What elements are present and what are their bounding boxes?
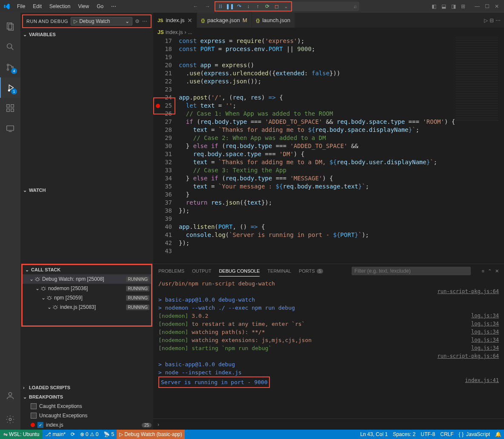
menu-file[interactable]: File: [14, 2, 29, 11]
more-icon[interactable]: ⋯: [142, 18, 147, 24]
status-eol[interactable]: CRLF: [438, 431, 456, 437]
panel-close-icon[interactable]: ✕: [495, 268, 499, 274]
nav-back[interactable]: ←: [191, 2, 201, 11]
debug-config-dropdown[interactable]: ▷ Debug Watch ⌄: [71, 17, 132, 26]
debug-step-into-icon[interactable]: ↓: [245, 3, 252, 10]
panel-tab-problems[interactable]: PROBLEMS: [158, 266, 184, 276]
checkbox[interactable]: [31, 413, 37, 419]
chevron-down-icon: ⌄: [23, 32, 29, 37]
status-encoding[interactable]: UTF-8: [418, 431, 438, 437]
split-icon[interactable]: ⊟: [490, 17, 494, 23]
status-debug[interactable]: ▷Debug Watch (basic-app): [117, 430, 185, 439]
debug-console-input[interactable]: ›: [153, 419, 504, 430]
variables-section-header[interactable]: ⌄VARIABLES: [20, 30, 153, 39]
breakpoint-file[interactable]: ✓index.js25: [20, 420, 153, 430]
status-branch[interactable]: ⎇main*: [43, 430, 68, 439]
chevron-down-icon: ⌄: [23, 394, 29, 400]
window-close[interactable]: ✕: [493, 2, 501, 11]
status-lang[interactable]: { }JavaScript: [456, 431, 493, 437]
status-cursor[interactable]: Ln 43, Col 1: [358, 431, 390, 437]
breakpoints-header[interactable]: ⌄BREAKPOINTS: [20, 392, 153, 402]
gear-icon[interactable]: ⚙: [135, 18, 140, 24]
editor-tab[interactable]: JSindex.js✕: [153, 13, 197, 28]
menu-edit[interactable]: Edit: [29, 2, 45, 11]
activity-account[interactable]: [0, 385, 20, 406]
breadcrumb[interactable]: JS index.js › ...: [153, 28, 504, 37]
console-source-link[interactable]: log.js:34: [471, 328, 499, 336]
breakpoint-uncaught[interactable]: Uncaught Exceptions: [20, 411, 153, 420]
status-errors[interactable]: ⊗0 ⚠0: [77, 430, 101, 439]
code-editor[interactable]: 1718192021222324252627282930313233343536…: [153, 37, 504, 264]
panel-tab-debug-console[interactable]: DEBUG CONSOLE: [219, 266, 260, 277]
panel-tab-terminal[interactable]: TERMINAL: [267, 266, 291, 276]
panel-tab-ports[interactable]: PORTS5: [299, 266, 323, 276]
more-icon[interactable]: ⋯: [495, 17, 501, 23]
status-remote[interactable]: ⇋WSL: Ubuntu: [0, 430, 43, 439]
menu-selection[interactable]: Selection: [46, 2, 74, 11]
panel-clear-icon[interactable]: ≡: [482, 268, 484, 274]
debug-console-output[interactable]: /usr/bin/npm run-script debug-watchrun-s…: [153, 278, 504, 419]
loaded-scripts-header[interactable]: ›LOADED SCRIPTS: [20, 383, 153, 392]
debug-step-out-icon[interactable]: ↑: [255, 3, 261, 10]
run-icon[interactable]: ▷: [484, 17, 488, 23]
layout-left-icon[interactable]: ◧: [430, 2, 438, 11]
console-source-link[interactable]: log.js:34: [471, 320, 499, 328]
activity-explorer[interactable]: [0, 16, 20, 37]
console-source-link[interactable]: run-script-pkg.js:64: [438, 352, 499, 360]
activity-extensions[interactable]: [0, 98, 20, 118]
bug-icon: [40, 285, 46, 291]
status-ports[interactable]: 📡5: [101, 430, 117, 439]
callstack-row[interactable]: ⌄npm [25059]RUNNING: [23, 293, 151, 302]
minimap[interactable]: [455, 37, 498, 122]
callstack-header[interactable]: ⌄CALL STACK: [23, 265, 151, 274]
warning-icon: ⚠: [90, 431, 94, 437]
console-source-link[interactable]: log.js:34: [471, 336, 499, 344]
status-sync[interactable]: ⟳: [68, 430, 77, 439]
nav-forward[interactable]: →: [203, 2, 213, 11]
close-icon[interactable]: ✕: [187, 17, 192, 24]
editor-tab[interactable]: {}launch.json: [252, 13, 295, 28]
command-center[interactable]: ⁞⁞ ❚❚ ↷ ↓ ↑ ⟳ ◻ ⌄ ⌕: [215, 2, 359, 11]
debug-step-over-icon[interactable]: ↷: [236, 3, 243, 10]
console-source-link[interactable]: log.js:34: [471, 344, 499, 352]
debug-stop-icon[interactable]: ◻: [273, 3, 280, 10]
status-indent[interactable]: Spaces: 2: [390, 431, 418, 437]
callstack-row[interactable]: ⌄nodemon [25036]RUNNING: [23, 284, 151, 293]
layout-bottom-icon[interactable]: ⬓: [440, 2, 448, 11]
menu-more[interactable]: ⋯: [108, 2, 120, 11]
menu-view[interactable]: View: [74, 2, 92, 11]
window-maximize[interactable]: ☐: [483, 2, 491, 11]
debug-restart-icon[interactable]: ⟳: [264, 3, 271, 10]
layout-customize-icon[interactable]: ⊞: [459, 2, 467, 11]
run-debug-header: RUN AND DEBUG ▷ Debug Watch ⌄ ⚙ ⋯: [22, 14, 152, 28]
window-minimize[interactable]: —: [473, 2, 481, 11]
breakpoint-caught[interactable]: Caught Exceptions: [20, 402, 153, 411]
debug-pause-icon[interactable]: ❚❚: [226, 3, 233, 10]
checkbox[interactable]: [31, 403, 37, 409]
debug-threads-icon[interactable]: ⁞⁞: [217, 3, 224, 10]
editor-tab[interactable]: {}package.jsonM: [197, 13, 252, 28]
panel-maximize-icon[interactable]: ⌃: [488, 268, 492, 274]
console-source-link[interactable]: run-script-pkg.js:64: [438, 288, 499, 296]
status-notifications[interactable]: 🔔: [493, 431, 504, 437]
svg-line-19: [39, 278, 40, 279]
callstack-row[interactable]: ⌄Debug Watch: npm [25008]RUNNING: [23, 274, 151, 284]
activity-search[interactable]: [0, 37, 20, 57]
console-source-link[interactable]: index.js:41: [465, 376, 499, 388]
activity-remote[interactable]: [0, 118, 20, 139]
activity-debug[interactable]: 1: [0, 77, 20, 98]
watch-section-header[interactable]: ⌄WATCH: [20, 185, 153, 195]
console-line: run-script-pkg.js:64: [158, 288, 499, 296]
status-bar: ⇋WSL: Ubuntu ⎇main* ⟳ ⊗0 ⚠0 📡5 ▷Debug Wa…: [0, 430, 504, 439]
callstack-row[interactable]: ⌄index.js [25083]RUNNING: [23, 302, 151, 312]
debug-dropdown-icon[interactable]: ⌄: [283, 3, 289, 10]
activity-settings[interactable]: [0, 409, 20, 430]
activity-scm[interactable]: 4: [0, 57, 20, 77]
checkbox-checked[interactable]: ✓: [37, 422, 43, 428]
line-gutter[interactable]: 1718192021222324252627282930313233343536…: [153, 37, 179, 264]
console-filter-input[interactable]: [352, 267, 471, 275]
layout-right-icon[interactable]: ◨: [450, 2, 458, 11]
menu-go[interactable]: Go: [93, 2, 107, 11]
panel-tab-output[interactable]: OUTPUT: [192, 266, 211, 276]
console-source-link[interactable]: log.js:34: [471, 312, 499, 320]
